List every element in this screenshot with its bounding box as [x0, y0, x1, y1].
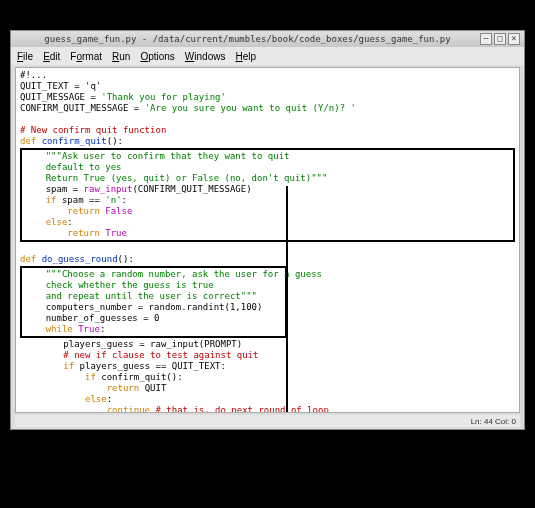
code-line: continue # that is, do next round of loo… — [20, 405, 515, 413]
vertical-annotation-line — [286, 186, 288, 413]
code-line: if confirm_quit(): — [20, 372, 515, 383]
window-controls: – □ × — [480, 33, 520, 45]
code-line: CONFIRM_QUIT_MESSAGE = 'Are you sure you… — [20, 103, 515, 114]
menu-help[interactable]: Help — [235, 51, 256, 62]
menu-format[interactable]: Format — [70, 51, 102, 62]
code-line: def do_guess_round(): — [20, 254, 515, 265]
code-line: players_guess = raw_input(PROMPT) — [20, 339, 515, 350]
highlight-box-1: """Ask user to confirm that they want to… — [20, 148, 515, 242]
menu-file[interactable]: File — [17, 51, 33, 62]
status-cursor-pos: Ln: 44 Col: 0 — [471, 417, 516, 426]
maximize-button[interactable]: □ — [494, 33, 506, 45]
menu-run[interactable]: Run — [112, 51, 130, 62]
menubar: File Edit Format Run Options Windows Hel… — [11, 47, 524, 65]
code-line: # New confirm quit function — [20, 125, 515, 136]
code-line: #!... — [20, 70, 515, 81]
statusbar: Ln: 44 Col: 0 — [15, 415, 520, 427]
editor-window: guess_game_fun.py - /data/current/mumble… — [10, 30, 525, 430]
titlebar[interactable]: guess_game_fun.py - /data/current/mumble… — [11, 31, 524, 47]
highlight-box-2: """Choose a random number, ask the user … — [20, 266, 287, 338]
code-line: if players_guess == QUIT_TEXT: — [20, 361, 515, 372]
code-line: def confirm_quit(): — [20, 136, 515, 147]
code-line: QUIT_TEXT = 'q' — [20, 81, 515, 92]
code-line: # new if clause to test against quit — [20, 350, 515, 361]
code-line: else: — [20, 394, 515, 405]
minimize-button[interactable]: – — [480, 33, 492, 45]
code-editor[interactable]: #!... QUIT_TEXT = 'q' QUIT_MESSAGE = 'Th… — [15, 67, 520, 413]
code-line: QUIT_MESSAGE = 'Thank you for playing' — [20, 92, 515, 103]
close-button[interactable]: × — [508, 33, 520, 45]
window-title: guess_game_fun.py - /data/current/mumble… — [15, 34, 480, 44]
menu-windows[interactable]: Windows — [185, 51, 226, 62]
menu-edit[interactable]: Edit — [43, 51, 60, 62]
code-line: return QUIT — [20, 383, 515, 394]
menu-options[interactable]: Options — [140, 51, 174, 62]
